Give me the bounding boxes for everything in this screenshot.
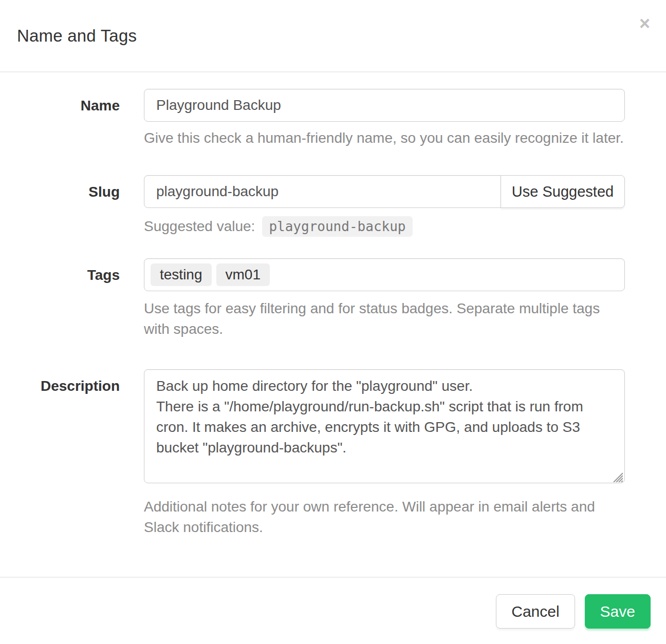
cancel-button[interactable]: Cancel — [496, 594, 575, 629]
description-help-text: Additional notes for your own reference.… — [144, 497, 625, 538]
close-icon[interactable]: × — [639, 14, 650, 33]
tags-label: Tags — [16, 258, 120, 284]
tag-chip[interactable]: vm01 — [216, 263, 270, 286]
tags-help-text: Use tags for easy filtering and for stat… — [144, 298, 625, 339]
dialog-title: Name and Tags — [17, 26, 137, 46]
tags-row: Tags testing vm01 Use tags for easy filt… — [16, 258, 650, 339]
slug-input-group: Use Suggested — [144, 175, 625, 208]
suggested-value-line: Suggested value: playground-backup — [144, 216, 625, 237]
name-and-tags-dialog: Name and Tags × Name Give this check a h… — [0, 0, 666, 644]
description-textarea[interactable]: Back up home directory for the "playgrou… — [144, 369, 625, 483]
name-help-text: Give this check a human-friendly name, s… — [144, 128, 625, 148]
dialog-footer: Cancel Save — [0, 577, 666, 644]
dialog-body: Name Give this check a human-friendly na… — [0, 72, 666, 577]
description-field-group: Back up home directory for the "playgrou… — [144, 369, 625, 538]
suggested-value-label: Suggested value: — [144, 218, 255, 235]
name-label: Name — [16, 89, 120, 115]
dialog-header: Name and Tags × — [0, 0, 666, 72]
suggested-value-code: playground-backup — [262, 216, 412, 237]
slug-field-group: Use Suggested Suggested value: playgroun… — [144, 175, 625, 237]
tags-input[interactable]: testing vm01 — [144, 258, 625, 291]
slug-row: Slug Use Suggested Suggested value: play… — [16, 175, 650, 237]
name-input[interactable] — [144, 89, 625, 122]
description-label: Description — [16, 369, 120, 395]
tags-field-group: testing vm01 Use tags for easy filtering… — [144, 258, 625, 339]
tag-chip[interactable]: testing — [151, 263, 212, 286]
slug-input[interactable] — [144, 175, 501, 208]
save-button[interactable]: Save — [585, 594, 651, 629]
name-field-group: Give this check a human-friendly name, s… — [144, 89, 625, 148]
description-row: Description Back up home directory for t… — [16, 369, 650, 538]
description-textarea-wrap: Back up home directory for the "playgrou… — [144, 369, 625, 485]
slug-label: Slug — [16, 175, 120, 201]
name-row: Name Give this check a human-friendly na… — [16, 89, 650, 148]
use-suggested-button[interactable]: Use Suggested — [501, 175, 625, 208]
